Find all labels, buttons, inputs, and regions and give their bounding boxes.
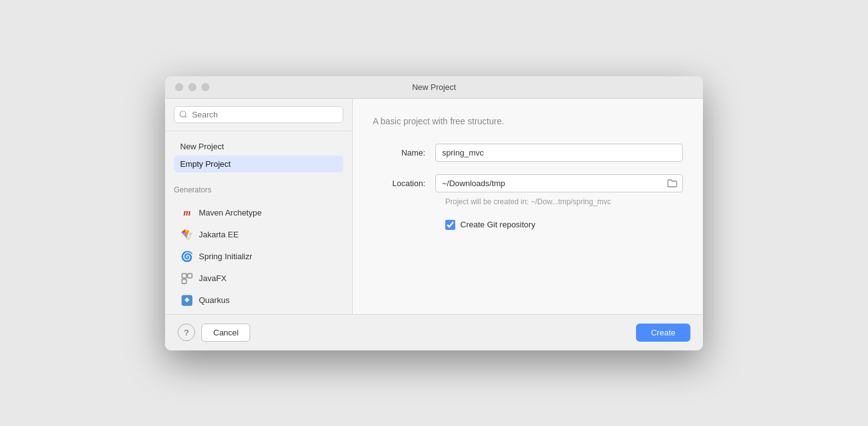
title-bar: New Project — [165, 76, 703, 99]
new-project-dialog: New Project New Project Empty Project Ge… — [165, 76, 703, 350]
jakarta-ee-label: Jakarta EE — [199, 230, 239, 239]
empty-project-label: Empty Project — [180, 159, 231, 169]
maven-icon: m — [180, 206, 194, 220]
git-checkbox-group: Create Git repository — [445, 220, 683, 230]
quarkus-label: Quarkus — [199, 295, 230, 305]
project-description: A basic project with free structure. — [373, 116, 683, 126]
sidebar-item-empty-project[interactable]: Empty Project — [174, 156, 343, 172]
sidebar-item-quarkus[interactable]: Quarkus — [174, 290, 343, 311]
generators-section: Generators — [165, 177, 352, 199]
git-repository-checkbox[interactable] — [445, 220, 455, 230]
quarkus-icon — [180, 294, 194, 307]
dialog-title: New Project — [412, 82, 456, 92]
svg-rect-1 — [188, 274, 192, 278]
sidebar-item-spring-initializr[interactable]: 🌀 Spring Initializr — [174, 246, 343, 267]
location-input[interactable] — [436, 175, 662, 192]
path-hint: Project will be created in: ~/Dow...tmp/… — [445, 197, 683, 206]
spring-initializr-label: Spring Initializr — [199, 252, 252, 261]
sidebar-item-javafx[interactable]: JavaFX — [174, 268, 343, 289]
cancel-button[interactable]: Cancel — [201, 324, 250, 342]
generators-label: Generators — [174, 186, 343, 194]
minimize-button[interactable] — [188, 83, 196, 91]
name-input[interactable] — [435, 144, 683, 162]
name-form-group: Name: — [373, 144, 683, 162]
location-form-group: Location: — [373, 174, 683, 192]
svg-rect-0 — [182, 274, 186, 278]
location-input-wrapper — [435, 174, 683, 192]
dialog-footer: ? Cancel Create — [165, 314, 703, 350]
location-label: Location: — [373, 179, 435, 188]
maximize-button[interactable] — [201, 83, 209, 91]
search-input[interactable] — [174, 106, 343, 123]
new-project-label: New Project — [180, 142, 224, 151]
close-button[interactable] — [175, 83, 183, 91]
footer-left: ? Cancel — [178, 324, 250, 342]
sidebar-top-section: New Project Empty Project — [165, 131, 352, 177]
sidebar: New Project Empty Project Generators m M… — [165, 99, 353, 314]
search-container — [165, 99, 352, 131]
dialog-body: New Project Empty Project Generators m M… — [165, 99, 703, 314]
create-button[interactable]: Create — [636, 324, 690, 342]
name-label: Name: — [373, 148, 435, 157]
sidebar-item-new-project[interactable]: New Project — [174, 138, 343, 155]
help-button[interactable]: ? — [178, 324, 195, 341]
spring-icon: 🌀 — [180, 250, 194, 264]
svg-rect-2 — [182, 279, 186, 284]
maven-archetype-label: Maven Archetype — [199, 208, 261, 217]
generators-list: m Maven Archetype 🪁 Jakarta EE 🌀 Spring … — [165, 199, 352, 314]
browse-folder-button[interactable] — [662, 176, 682, 191]
javafx-icon — [180, 272, 194, 285]
javafx-label: JavaFX — [199, 274, 226, 283]
sidebar-item-maven-archetype[interactable]: m Maven Archetype — [174, 202, 343, 224]
jakarta-icon: 🪁 — [180, 228, 194, 242]
git-checkbox-label[interactable]: Create Git repository — [460, 220, 535, 229]
traffic-lights — [175, 83, 209, 91]
main-panel: A basic project with free structure. Nam… — [353, 99, 703, 314]
sidebar-item-jakarta-ee[interactable]: 🪁 Jakarta EE — [174, 224, 343, 245]
